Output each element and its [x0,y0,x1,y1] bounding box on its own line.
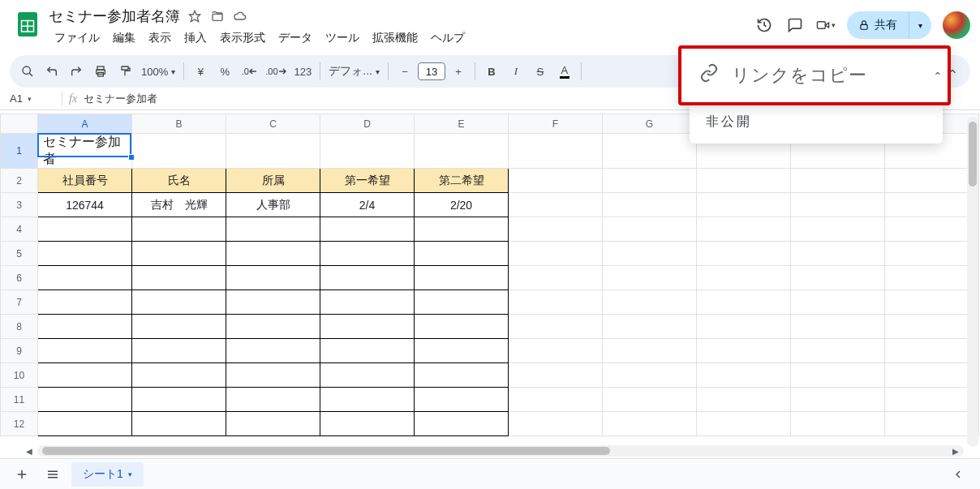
row-header-1[interactable]: 1 [1,134,38,169]
add-sheet-button[interactable] [10,462,34,487]
menu-extensions[interactable]: 拡張機能 [367,28,423,49]
bold-button[interactable]: B [480,60,503,83]
italic-button[interactable]: I [505,60,527,83]
share-button[interactable]: 共有 [847,11,909,39]
star-icon[interactable] [187,8,203,24]
sheet-tab-1[interactable]: シート1▾ [71,462,144,487]
svg-rect-5 [213,14,222,20]
fx-icon: fx [69,92,77,105]
cell-E3[interactable]: 2/20 [415,193,509,217]
panel-collapse-icon[interactable]: ⌃ [933,70,943,83]
menu-insert[interactable]: 挿入 [178,28,213,49]
print-icon[interactable] [89,60,112,83]
cell-C3[interactable]: 人事部 [226,193,320,217]
format-percent[interactable]: % [213,60,236,83]
visibility-label: 非公開 [706,114,752,128]
menu-edit[interactable]: 編集 [107,28,141,49]
copy-link-label[interactable]: リンクをコピー [732,63,867,88]
account-avatar[interactable] [943,11,970,39]
paint-format-icon[interactable] [114,60,136,83]
menu-view[interactable]: 表示 [143,28,177,49]
history-icon[interactable] [754,15,774,35]
comments-icon[interactable] [785,15,805,35]
undo-icon[interactable] [41,60,63,83]
cell-B3[interactable]: 吉村 光輝 [132,193,226,217]
move-icon[interactable] [209,8,226,24]
formula-content[interactable]: セミナー参加者 [84,92,157,106]
zoom-select[interactable]: 100%▾ [138,60,178,83]
increase-font-size[interactable]: + [447,60,470,83]
hscroll-left-icon[interactable]: ◀ [23,447,36,456]
strikethrough-button[interactable]: S [529,60,552,83]
cell-B2[interactable]: 氏名 [132,169,226,193]
select-all-corner[interactable] [1,114,38,134]
svg-rect-8 [861,24,867,29]
fill-handle[interactable] [128,154,135,161]
all-sheets-button[interactable] [41,462,65,487]
col-header-E[interactable]: E [415,114,509,134]
cell-C1[interactable] [226,134,320,169]
cell-E2[interactable]: 第二希望 [415,169,509,193]
row-header-3[interactable]: 3 [1,193,38,217]
col-header-B[interactable]: B [132,114,226,134]
font-family-select[interactable]: デフォ...▾ [325,60,383,83]
font-size-input[interactable]: 13 [418,62,445,80]
titlebar: セミナー参加者名簿 ファイル 編集 表示 挿入 表示形式 データ ツール 拡張機… [0,0,980,52]
doc-title[interactable]: セミナー参加者名簿 [49,6,180,26]
explore-button[interactable] [946,462,970,487]
hscroll-right-icon[interactable]: ▶ [949,447,962,456]
menubar: ファイル 編集 表示 挿入 表示形式 データ ツール 拡張機能 ヘルプ [49,28,754,49]
name-box[interactable]: A1▾ [6,92,55,105]
cloud-status-icon[interactable] [232,8,248,24]
increase-decimal[interactable]: .00 [262,60,289,83]
col-header-F[interactable]: F [509,114,603,134]
hscroll-thumb[interactable] [42,447,610,455]
col-header-D[interactable]: D [320,114,415,134]
svg-rect-6 [817,22,825,29]
sheets-logo[interactable] [10,6,45,42]
redo-icon[interactable] [65,60,88,83]
menu-tools[interactable]: ツール [320,28,365,49]
horizontal-scrollbar[interactable]: ◀ ▶ [37,445,964,457]
search-menus-icon[interactable] [16,60,39,83]
sheet-tab-bar: シート1▾ [0,458,980,489]
col-header-A[interactable]: A [38,114,132,134]
text-color-button[interactable]: A [553,60,576,83]
format-currency[interactable]: ¥ [189,60,212,83]
link-icon [699,63,719,88]
cell-E1[interactable] [415,134,509,169]
cell-D1[interactable] [320,134,415,169]
decrease-decimal[interactable]: .0 [238,60,260,83]
svg-point-9 [23,66,30,74]
menu-file[interactable]: ファイル [49,28,105,49]
share-label: 共有 [875,18,897,32]
cell-A3[interactable]: 126744 [38,193,132,217]
svg-marker-4 [189,11,200,21]
menu-help[interactable]: ヘルプ [425,28,471,49]
share-dropdown[interactable]: ▾ [909,11,931,39]
vscroll-thumb[interactable] [969,122,977,187]
menu-format[interactable]: 表示形式 [214,28,271,49]
visibility-panel[interactable]: 非公開 [690,101,943,144]
cell-B1[interactable] [132,134,226,169]
vertical-scrollbar[interactable] [967,117,978,447]
col-header-C[interactable]: C [226,114,320,134]
decrease-font-size[interactable]: − [393,60,416,83]
svg-line-10 [29,73,32,76]
col-header-G[interactable]: G [603,114,697,134]
cell-C2[interactable]: 所属 [226,169,320,193]
cell-D2[interactable]: 第一希望 [320,169,415,193]
more-formats[interactable]: 123 [291,60,316,83]
copy-link-panel: リンクをコピー [678,45,951,105]
menu-data[interactable]: データ [273,28,318,49]
grid-area[interactable]: A B C D E F G H I J 1 セミナー参加者 2 社員番号 氏名 … [0,114,980,458]
cell-D3[interactable]: 2/4 [320,193,415,217]
cell-A2[interactable]: 社員番号 [38,169,132,193]
meet-icon[interactable]: ▾ [816,15,836,35]
row-header-2[interactable]: 2 [1,169,38,193]
cell-A1[interactable]: セミナー参加者 [38,134,132,169]
